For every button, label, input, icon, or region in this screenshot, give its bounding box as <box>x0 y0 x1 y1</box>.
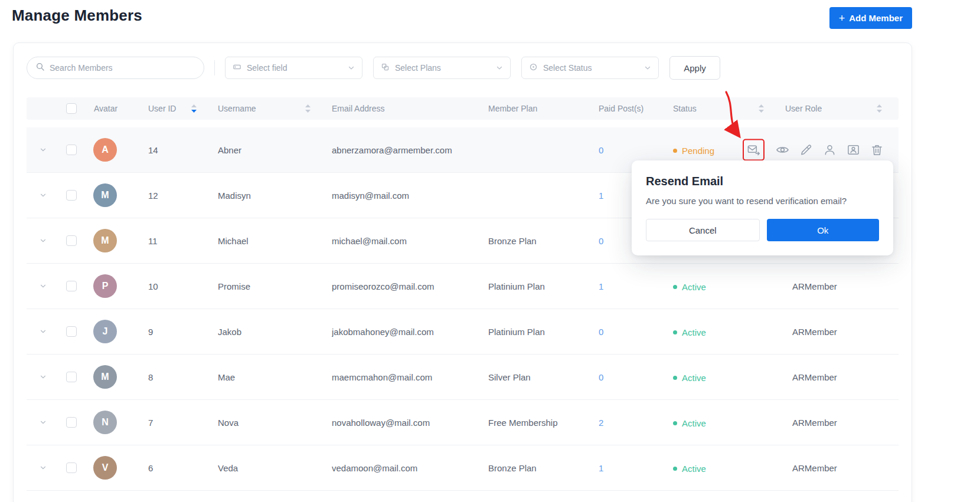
paid-posts-link[interactable]: 0 <box>599 145 673 155</box>
view-icon[interactable] <box>776 143 789 157</box>
expand-row-icon[interactable] <box>39 237 47 245</box>
paid-posts-link[interactable]: 0 <box>599 327 673 337</box>
row-checkbox[interactable] <box>66 417 77 428</box>
resend-email-icon[interactable] <box>743 139 765 161</box>
username-cell: Mae <box>218 372 332 382</box>
row-checkbox[interactable] <box>66 326 77 337</box>
email-cell: jakobmahoney@mail.com <box>332 327 488 337</box>
chevron-down-icon <box>644 64 651 71</box>
username-cell: Madisyn <box>218 191 332 201</box>
username-cell: Jakob <box>218 327 332 337</box>
expand-row-icon[interactable] <box>39 282 47 290</box>
member-icon[interactable] <box>823 143 837 157</box>
plans-select[interactable]: Select Plans <box>373 57 511 79</box>
username-cell: Veda <box>218 463 332 473</box>
status-badge: Active <box>673 327 706 337</box>
table-header: Avatar User ID Username Email Address Me… <box>27 97 899 120</box>
select-all-checkbox[interactable] <box>66 103 77 114</box>
expand-row-icon[interactable] <box>39 418 47 426</box>
column-status[interactable]: Status <box>673 104 785 113</box>
row-checkbox[interactable] <box>66 462 77 473</box>
email-cell: novaholloway@mail.com <box>332 418 488 428</box>
table-row: N 7 Nova novaholloway@mail.com Free Memb… <box>27 400 899 445</box>
field-icon <box>233 63 241 73</box>
add-member-button[interactable]: + Add Member <box>829 7 912 29</box>
email-cell: promiseorozco@mail.com <box>332 281 488 291</box>
user-role-cell: ARMember <box>785 372 899 382</box>
cancel-button[interactable]: Cancel <box>646 219 760 241</box>
status-label: Active <box>682 464 706 474</box>
username-cell: Abner <box>218 145 332 155</box>
column-user-id[interactable]: User ID <box>148 104 218 113</box>
search-box[interactable] <box>27 57 204 79</box>
search-input[interactable] <box>50 63 195 73</box>
status-badge: Active <box>673 464 706 474</box>
resend-email-popup: Resend Email Are you sure you want to re… <box>632 160 893 255</box>
member-plan-cell: Platinium Plan <box>488 281 599 291</box>
expand-row-icon[interactable] <box>39 373 47 381</box>
status-label: Active <box>682 327 706 337</box>
row-checkbox[interactable] <box>66 190 77 201</box>
avatar: P <box>93 274 117 298</box>
expand-row-icon[interactable] <box>39 327 47 336</box>
apply-button[interactable]: Apply <box>669 56 720 80</box>
column-user-role[interactable]: User Role <box>785 104 899 113</box>
table-row: V 6 Veda vedamoon@mail.com Bronze Plan 1… <box>27 445 899 491</box>
status-badge: Active <box>673 282 706 292</box>
column-username[interactable]: Username <box>218 104 332 113</box>
user-id-cell: 10 <box>148 281 218 291</box>
column-email: Email Address <box>332 104 488 113</box>
expand-row-icon[interactable] <box>39 191 47 199</box>
edit-icon[interactable] <box>799 143 813 157</box>
row-checkbox[interactable] <box>66 235 77 246</box>
user-id-cell: 6 <box>148 463 218 473</box>
avatar: J <box>93 320 117 343</box>
ok-button[interactable]: Ok <box>767 219 880 241</box>
user-role-cell: ARMember <box>785 418 899 428</box>
username-cell: Nova <box>218 418 332 428</box>
paid-posts-link[interactable]: 1 <box>599 463 673 473</box>
member-plan-cell: Platinium Plan <box>488 327 599 337</box>
avatar: M <box>93 365 117 389</box>
table-row: M 8 Mae maemcmahon@mail.com Silver Plan … <box>27 355 899 400</box>
member-plan-cell: Bronze Plan <box>488 236 599 246</box>
user-id-cell: 12 <box>148 191 218 201</box>
chevron-down-icon <box>348 64 355 71</box>
paid-posts-link[interactable]: 0 <box>599 372 673 382</box>
row-checkbox[interactable] <box>66 281 77 291</box>
plans-icon <box>381 63 390 73</box>
popup-message: Are you sure you want to resend verifica… <box>646 196 879 206</box>
expand-row-icon[interactable] <box>39 146 47 154</box>
status-dot-icon <box>673 149 677 153</box>
table-row: P 10 Promise promiseorozco@mail.com Plat… <box>27 264 899 309</box>
status-select[interactable]: Select Status <box>521 57 659 79</box>
filter-divider <box>214 60 215 76</box>
field-select[interactable]: Select field <box>225 57 362 79</box>
user-role-cell: ARMember <box>785 327 899 337</box>
status-label: Active <box>682 282 706 292</box>
delete-icon[interactable] <box>870 143 884 157</box>
member-plan-cell: Silver Plan <box>488 372 599 382</box>
row-checkbox[interactable] <box>66 372 77 382</box>
page-title: Manage Members <box>12 6 142 25</box>
sort-icon <box>759 104 764 113</box>
user-id-cell: 14 <box>148 145 218 155</box>
avatar: M <box>93 229 117 252</box>
members-card: Select field Select Plans Select Status … <box>13 42 912 502</box>
member-plan-cell: Free Membership <box>488 418 599 428</box>
paid-posts-link[interactable]: 2 <box>599 418 673 428</box>
field-select-value: Select field <box>247 63 287 73</box>
email-cell: madisyn@mail.com <box>332 191 488 201</box>
username-cell: Michael <box>218 236 332 246</box>
plans-select-value: Select Plans <box>395 63 441 73</box>
paid-posts-link[interactable]: 1 <box>599 281 673 291</box>
email-cell: vedamoon@mail.com <box>332 463 488 473</box>
column-avatar: Avatar <box>83 104 148 113</box>
user-role-cell: ARMember <box>785 281 899 291</box>
members-table: Avatar User ID Username Email Address Me… <box>27 97 899 491</box>
avatar: N <box>93 411 117 434</box>
expand-row-icon[interactable] <box>39 464 47 472</box>
sort-icon <box>877 104 882 113</box>
membership-card-icon[interactable] <box>847 143 860 157</box>
row-checkbox[interactable] <box>66 145 77 155</box>
